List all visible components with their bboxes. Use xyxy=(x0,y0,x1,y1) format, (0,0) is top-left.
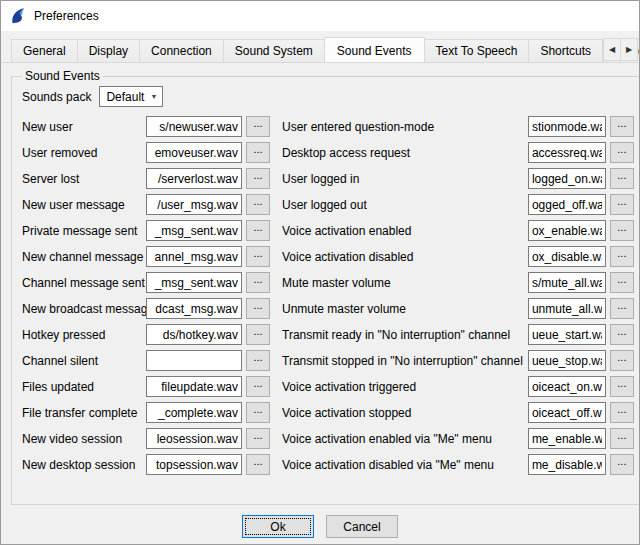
row-label: New user message xyxy=(22,198,146,212)
tab-shortcuts[interactable]: Shortcuts xyxy=(528,39,603,62)
row-new-desktop-session: New desktop session ... xyxy=(22,454,270,475)
sound-file-input[interactable] xyxy=(146,116,242,137)
browse-button[interactable]: ... xyxy=(246,428,270,449)
sound-file-input[interactable] xyxy=(528,428,606,449)
sound-file-input[interactable] xyxy=(146,246,242,267)
browse-button[interactable]: ... xyxy=(246,272,270,293)
browse-button[interactable]: ... xyxy=(246,168,270,189)
sounds-pack-select[interactable]: Default ▼ xyxy=(99,86,163,107)
tab-general[interactable]: General xyxy=(11,39,78,62)
browse-button[interactable]: ... xyxy=(610,246,634,267)
tab-sound-events[interactable]: Sound Events xyxy=(324,37,425,63)
browse-button[interactable]: ... xyxy=(246,350,270,371)
row-label: Voice activation triggered xyxy=(282,380,528,394)
sound-file-input[interactable] xyxy=(146,194,242,215)
tab-text-to-speech[interactable]: Text To Speech xyxy=(424,39,530,62)
browse-button[interactable]: ... xyxy=(246,298,270,319)
tab-scroll-right-button[interactable]: ▶ xyxy=(620,38,638,61)
sound-file-input[interactable] xyxy=(528,116,606,137)
sound-file-input[interactable] xyxy=(528,324,606,345)
row-label: New video session xyxy=(22,432,146,446)
sound-file-input[interactable] xyxy=(146,142,242,163)
row-label: Voice activation enabled via "Me" menu xyxy=(282,432,528,446)
tab-connection[interactable]: Connection xyxy=(139,39,224,62)
tab-scroll-left-button[interactable]: ◀ xyxy=(603,38,621,61)
sound-file-input[interactable] xyxy=(528,168,606,189)
browse-button[interactable]: ... xyxy=(246,142,270,163)
row-new-user: New user ... xyxy=(22,116,270,137)
tab-page-sound-events: Sound Events Sounds pack Default ▼ New u… xyxy=(1,63,639,538)
sound-file-input[interactable] xyxy=(146,168,242,189)
sound-file-input[interactable] xyxy=(528,246,606,267)
browse-button[interactable]: ... xyxy=(610,272,634,293)
browse-button[interactable]: ... xyxy=(246,194,270,215)
tab-sound-system[interactable]: Sound System xyxy=(223,39,325,62)
sound-file-input[interactable] xyxy=(146,402,242,423)
row-label: User entered question-mode xyxy=(282,120,528,134)
row-label: Voice activation enabled xyxy=(282,224,528,238)
row-desktop-access-request: Desktop access request ... xyxy=(282,142,634,163)
browse-button[interactable]: ... xyxy=(246,454,270,475)
sound-file-input[interactable] xyxy=(146,272,242,293)
sound-file-input[interactable] xyxy=(528,272,606,293)
sound-file-input[interactable] xyxy=(146,220,242,241)
tab-display[interactable]: Display xyxy=(77,39,140,62)
browse-button[interactable]: ... xyxy=(246,402,270,423)
sound-file-input[interactable] xyxy=(146,324,242,345)
sound-file-input[interactable] xyxy=(528,194,606,215)
browse-button[interactable]: ... xyxy=(610,142,634,163)
sound-file-input[interactable] xyxy=(528,220,606,241)
row-new-channel-message: New channel message ... xyxy=(22,246,270,267)
browse-button[interactable]: ... xyxy=(610,168,634,189)
row-voice-activation-disabled: Voice activation disabled ... xyxy=(282,246,634,267)
row-private-message-sent: Private message sent ... xyxy=(22,220,270,241)
sound-file-input[interactable] xyxy=(146,376,242,397)
tab-scroll-control: ◀ ▶ xyxy=(604,38,638,61)
browse-button[interactable]: ... xyxy=(246,376,270,397)
sound-events-groupbox: Sound Events Sounds pack Default ▼ New u… xyxy=(11,69,640,505)
sound-file-input[interactable] xyxy=(146,350,242,371)
sound-file-input[interactable] xyxy=(146,298,242,319)
row-label: New broadcast message xyxy=(22,302,146,316)
sound-file-input[interactable] xyxy=(528,350,606,371)
tab-bar: General Display Connection Sound System … xyxy=(1,31,639,63)
browse-button[interactable]: ... xyxy=(610,194,634,215)
row-file-transfer-complete: File transfer complete ... xyxy=(22,402,270,423)
ok-button[interactable]: Ok xyxy=(242,515,314,538)
row-channel-silent: Channel silent ... xyxy=(22,350,270,371)
cancel-button[interactable]: Cancel xyxy=(326,515,398,538)
browse-button[interactable]: ... xyxy=(610,324,634,345)
sound-file-input[interactable] xyxy=(528,142,606,163)
browse-button[interactable]: ... xyxy=(610,402,634,423)
browse-button[interactable]: ... xyxy=(610,428,634,449)
browse-button[interactable]: ... xyxy=(610,116,634,137)
app-icon xyxy=(9,7,27,25)
row-label: Server lost xyxy=(22,172,146,186)
browse-button[interactable]: ... xyxy=(610,454,634,475)
sound-file-input[interactable] xyxy=(528,376,606,397)
row-label: User logged out xyxy=(282,198,528,212)
row-new-user-message: New user message ... xyxy=(22,194,270,215)
sound-file-input[interactable] xyxy=(528,298,606,319)
browse-button[interactable]: ... xyxy=(610,298,634,319)
sounds-pack-row: Sounds pack Default ▼ xyxy=(22,86,634,107)
sound-file-input[interactable] xyxy=(146,428,242,449)
row-label: Voice activation disabled via "Me" menu xyxy=(282,458,528,472)
preferences-window: Preferences General Display Connection S… xyxy=(0,0,640,545)
row-label: Hotkey pressed xyxy=(22,328,146,342)
row-user-removed: User removed ... xyxy=(22,142,270,163)
sound-file-input[interactable] xyxy=(528,454,606,475)
browse-button[interactable]: ... xyxy=(610,350,634,371)
browse-button[interactable]: ... xyxy=(246,246,270,267)
browse-button[interactable]: ... xyxy=(610,220,634,241)
sound-file-input[interactable] xyxy=(528,402,606,423)
browse-button[interactable]: ... xyxy=(246,324,270,345)
row-label: Private message sent xyxy=(22,224,146,238)
browse-button[interactable]: ... xyxy=(246,220,270,241)
browse-button[interactable]: ... xyxy=(610,376,634,397)
row-voice-activation-triggered: Voice activation triggered ... xyxy=(282,376,634,397)
row-label: New desktop session xyxy=(22,458,146,472)
row-channel-message-sent: Channel message sent ... xyxy=(22,272,270,293)
browse-button[interactable]: ... xyxy=(246,116,270,137)
sound-file-input[interactable] xyxy=(146,454,242,475)
